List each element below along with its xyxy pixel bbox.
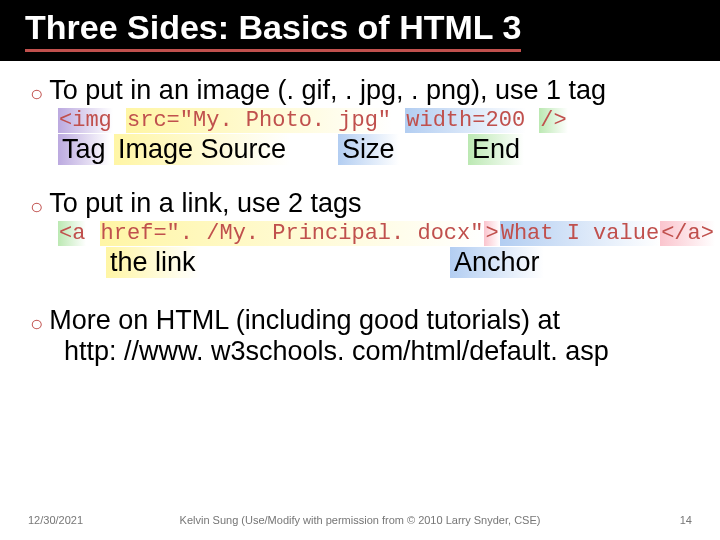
bullet-1: ○ To put in an image (. gif, . jpg, . pn… — [30, 75, 690, 106]
code2-close: </a> — [660, 221, 715, 246]
bullet-2-text: To put in a link, use 2 tags — [49, 188, 361, 219]
label-tag: Tag — [58, 134, 110, 165]
code2-sp1 — [86, 221, 99, 246]
bullet-3-text: More on HTML (including good tutorials) … — [49, 305, 560, 336]
bullet-3: ○ More on HTML (including good tutorials… — [30, 305, 690, 336]
footer: 12/30/2021 Kelvin Sung (Use/Modify with … — [0, 514, 720, 526]
code1-tag: <img — [58, 108, 113, 133]
labels-row-1: Tag Image Source Size End — [58, 134, 690, 168]
bullet-2: ○ To put in a link, use 2 tags — [30, 188, 690, 219]
code1-sp3 — [526, 108, 539, 133]
footer-page-number: 14 — [680, 514, 692, 526]
code2-href: href=". /My. Principal. docx" — [100, 221, 485, 246]
code2-open: <a — [58, 221, 86, 246]
code1-end: /> — [539, 108, 567, 133]
footer-date: 12/30/2021 — [28, 514, 83, 526]
bullet-3-sub: http: //www. w3schools. com/html/default… — [64, 336, 690, 367]
label-size: Size — [338, 134, 399, 165]
label-source: Image Source — [114, 134, 290, 165]
label-link: the link — [106, 247, 200, 278]
code2-text: What I value — [500, 221, 660, 246]
code1-sp1 — [113, 108, 126, 133]
title-bar: Three Sides: Basics of HTML 3 — [0, 0, 720, 61]
code2-gt: > — [484, 221, 499, 246]
slide-content: ○ To put in an image (. gif, . jpg, . pn… — [0, 61, 720, 367]
slide-title: Three Sides: Basics of HTML 3 — [25, 9, 521, 51]
bullet-icon: ○ — [30, 196, 43, 218]
bullet-icon: ○ — [30, 83, 43, 105]
code-line-1: <img src="My. Photo. jpg" width=200 /> — [58, 108, 690, 133]
footer-credit: Kelvin Sung (Use/Modify with permission … — [0, 514, 720, 526]
code1-sp2 — [392, 108, 405, 133]
labels-row-2: the link Anchor — [58, 247, 690, 281]
code1-width: width=200 — [405, 108, 526, 133]
code-line-2: <a href=". /My. Principal. docx">What I … — [58, 221, 690, 246]
bullet-1-text: To put in an image (. gif, . jpg, . png)… — [49, 75, 606, 106]
label-anchor: Anchor — [450, 247, 544, 278]
bullet-icon: ○ — [30, 313, 43, 335]
code1-src: src="My. Photo. jpg" — [126, 108, 392, 133]
label-end: End — [468, 134, 524, 165]
